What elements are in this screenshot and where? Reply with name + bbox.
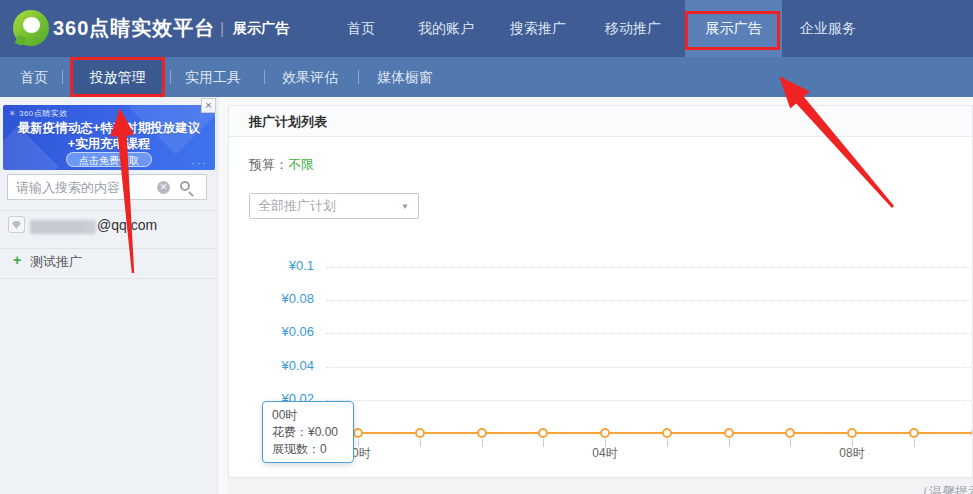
platform-title: 360点睛实效平台 bbox=[53, 0, 215, 57]
account-level-icon bbox=[8, 216, 25, 233]
y-axis-label: ¥0.04 bbox=[254, 358, 314, 373]
chart-gridline bbox=[326, 267, 973, 268]
banner-carousel-dots: ··· bbox=[191, 157, 208, 169]
chart-gridline bbox=[326, 300, 973, 301]
x-axis-tick bbox=[543, 439, 544, 447]
360-logo-hole bbox=[23, 17, 40, 33]
topnav-item-5[interactable]: 企业服务 bbox=[800, 0, 856, 57]
chart-tooltip: 00时 花费：¥0.00 展现数：0 bbox=[262, 401, 354, 463]
x-axis-label: 08时 bbox=[839, 445, 864, 462]
banner-close-icon[interactable]: × bbox=[201, 98, 216, 113]
x-axis-tick bbox=[482, 439, 483, 447]
subnav-item-4[interactable]: 媒体橱窗 bbox=[377, 57, 433, 97]
title-divider: | bbox=[220, 0, 224, 57]
360-logo-tail bbox=[15, 35, 27, 47]
subnav-item-0[interactable]: 首页 bbox=[20, 57, 48, 97]
x-axis-tick bbox=[790, 439, 791, 447]
y-axis-label: ¥0.1 bbox=[254, 258, 314, 273]
y-axis-label: ¥0.08 bbox=[254, 291, 314, 306]
divider bbox=[0, 278, 218, 279]
chart-gridline bbox=[326, 367, 973, 368]
360-logo-icon bbox=[13, 10, 49, 46]
chart-gridline bbox=[326, 400, 973, 401]
chart-data-point[interactable] bbox=[785, 428, 795, 438]
chart-data-point[interactable] bbox=[353, 428, 363, 438]
chart-gridline bbox=[326, 333, 973, 334]
expand-plus-icon[interactable]: + bbox=[13, 252, 21, 268]
subnav-separator bbox=[358, 70, 359, 84]
chart-data-point[interactable] bbox=[909, 428, 919, 438]
x-axis-label: 04时 bbox=[592, 445, 617, 462]
sidebar: ✳ 360点睛实效 最新疫情动态+特殊时期投放建议 +实用充电课程 点击免费领取… bbox=[0, 97, 218, 494]
footer-strip: （温馨提示 bbox=[228, 477, 973, 494]
subnav-item-1[interactable]: 投放管理 bbox=[72, 57, 163, 97]
x-axis-tick bbox=[667, 439, 668, 447]
banner-text-line2: +实用充电课程 bbox=[3, 136, 215, 153]
banner-text-line1: 最新疫情动态+特殊时期投放建议 bbox=[3, 120, 215, 137]
subnav-separator bbox=[62, 70, 63, 84]
chart-data-point[interactable] bbox=[477, 428, 487, 438]
subnav-separator bbox=[170, 70, 171, 84]
topnav-item-3[interactable]: 移动推广 bbox=[605, 0, 661, 57]
subnav-separator bbox=[264, 70, 265, 84]
promo-banner[interactable]: ✳ 360点睛实效 最新疫情动态+特殊时期投放建议 +实用充电课程 点击免费领取… bbox=[3, 105, 215, 170]
account-email-redacted bbox=[30, 220, 96, 234]
account-email[interactable]: @qq.com bbox=[97, 217, 157, 233]
y-axis-label: ¥0.06 bbox=[254, 324, 314, 339]
banner-brand-logo: ✳ 360点睛实效 bbox=[9, 108, 68, 119]
topnav-item-1[interactable]: 我的账户 bbox=[418, 0, 474, 57]
banner-cta-button[interactable]: 点击免费领取 bbox=[66, 152, 152, 167]
subnav-item-2[interactable]: 实用工具 bbox=[185, 57, 241, 97]
divider bbox=[0, 210, 218, 211]
search-icon[interactable] bbox=[180, 181, 190, 191]
chart-data-point[interactable] bbox=[600, 428, 610, 438]
gem-icon bbox=[12, 221, 21, 229]
divider bbox=[0, 248, 218, 249]
chart-data-point[interactable] bbox=[724, 428, 734, 438]
tooltip-hour: 00时 bbox=[272, 407, 344, 424]
campaign-tree-item[interactable]: 测试推广 bbox=[30, 253, 82, 271]
chart-data-point[interactable] bbox=[415, 428, 425, 438]
sidebar-search-box: ✕ bbox=[7, 174, 207, 200]
x-axis-tick bbox=[914, 439, 915, 447]
product-label: 展示广告 bbox=[233, 0, 289, 57]
x-axis-tick bbox=[729, 439, 730, 447]
topnav-item-0[interactable]: 首页 bbox=[347, 0, 375, 57]
footer-notice-partial: （温馨提示 bbox=[916, 483, 973, 494]
chart-data-point[interactable] bbox=[847, 428, 857, 438]
chart-data-point[interactable] bbox=[662, 428, 672, 438]
x-axis-tick bbox=[420, 439, 421, 447]
clear-icon[interactable]: ✕ bbox=[157, 181, 170, 194]
top-navbar: 360点睛实效平台 | 展示广告 首页我的账户搜索推广移动推广展示广告企业服务 bbox=[0, 0, 973, 57]
chart-data-point[interactable] bbox=[538, 428, 548, 438]
subnav-item-3[interactable]: 效果评估 bbox=[282, 57, 338, 97]
tooltip-impressions: 展现数：0 bbox=[272, 441, 344, 458]
topnav-item-4[interactable]: 展示广告 bbox=[685, 0, 782, 57]
page: 360点睛实效平台 | 展示广告 首页我的账户搜索推广移动推广展示广告企业服务 … bbox=[0, 0, 973, 494]
topnav-item-2[interactable]: 搜索推广 bbox=[510, 0, 566, 57]
sub-navbar: 首页投放管理实用工具效果评估媒体橱窗 bbox=[0, 57, 973, 97]
search-input[interactable] bbox=[8, 175, 168, 199]
tooltip-cost: 花费：¥0.00 bbox=[272, 424, 344, 441]
